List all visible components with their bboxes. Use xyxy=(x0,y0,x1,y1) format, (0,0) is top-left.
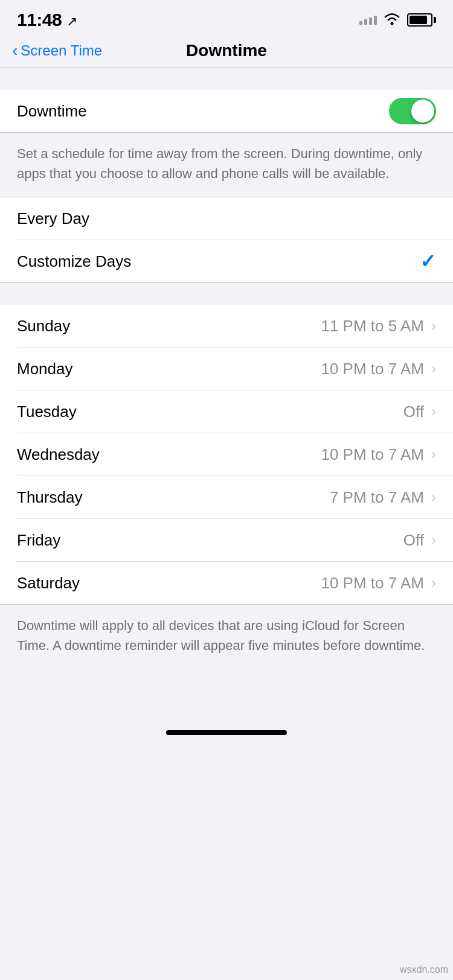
watermark: wsxdn.com xyxy=(400,964,448,975)
top-gap xyxy=(0,68,453,90)
toggle-knob xyxy=(411,100,434,122)
tuesday-label: Tuesday xyxy=(17,402,77,421)
saturday-chevron-icon: › xyxy=(431,574,436,591)
footer-text: Downtime will apply to all devices that … xyxy=(17,618,425,653)
thursday-label: Thursday xyxy=(17,488,82,507)
monday-row[interactable]: Monday 10 PM to 7 AM › xyxy=(0,348,453,390)
monday-label: Monday xyxy=(17,360,73,378)
friday-schedule: Off xyxy=(403,531,424,550)
sunday-schedule: 11 PM to 5 AM xyxy=(321,317,424,336)
sunday-row[interactable]: Sunday 11 PM to 5 AM › xyxy=(0,305,453,347)
battery-icon xyxy=(407,13,436,27)
customize-days-row[interactable]: Customize Days ✓ xyxy=(0,240,453,282)
every-day-row[interactable]: Every Day xyxy=(0,197,453,240)
tuesday-chevron-icon: › xyxy=(431,403,436,420)
friday-value: Off › xyxy=(403,531,436,550)
monday-schedule: 10 PM to 7 AM xyxy=(321,360,424,378)
status-bar: 11:48 ↗ xyxy=(0,0,453,36)
wednesday-value: 10 PM to 7 AM › xyxy=(321,445,436,464)
friday-chevron-icon: › xyxy=(431,532,436,549)
tuesday-schedule: Off xyxy=(403,402,424,421)
sunday-value: 11 PM to 5 AM › xyxy=(321,317,436,336)
thursday-value: 7 PM to 7 AM › xyxy=(330,488,436,507)
wifi-icon xyxy=(383,12,401,28)
page-title: Downtime xyxy=(186,41,267,60)
monday-chevron-icon: › xyxy=(431,360,436,377)
back-chevron-icon: ‹ xyxy=(12,42,18,59)
downtime-toggle[interactable] xyxy=(389,98,436,124)
bottom-spacer xyxy=(0,670,453,718)
downtime-section: Downtime xyxy=(0,90,453,132)
home-indicator xyxy=(0,718,453,742)
svg-point-0 xyxy=(391,22,394,25)
wednesday-schedule: 10 PM to 7 AM xyxy=(321,445,424,464)
tuesday-value: Off › xyxy=(403,402,436,421)
wednesday-chevron-icon: › xyxy=(431,446,436,463)
saturday-label: Saturday xyxy=(17,574,80,593)
wednesday-row[interactable]: Wednesday 10 PM to 7 AM › xyxy=(0,433,453,476)
description-section: Set a schedule for time away from the sc… xyxy=(0,133,453,197)
back-button[interactable]: ‹ Screen Time xyxy=(12,42,102,59)
nav-bar: ‹ Screen Time Downtime xyxy=(0,36,453,68)
wednesday-label: Wednesday xyxy=(17,445,100,464)
home-bar xyxy=(166,730,287,735)
friday-row[interactable]: Friday Off › xyxy=(0,519,453,561)
thursday-row[interactable]: Thursday 7 PM to 7 AM › xyxy=(0,476,453,518)
checkmark-icon: ✓ xyxy=(420,250,436,273)
monday-value: 10 PM to 7 AM › xyxy=(321,360,436,378)
every-day-label: Every Day xyxy=(17,209,89,228)
back-label: Screen Time xyxy=(21,42,102,59)
saturday-schedule: 10 PM to 7 AM xyxy=(321,574,424,593)
customize-days-label: Customize Days xyxy=(17,252,131,271)
downtime-row: Downtime xyxy=(0,90,453,132)
thursday-chevron-icon: › xyxy=(431,489,436,506)
sunday-label: Sunday xyxy=(17,317,70,336)
sunday-chevron-icon: › xyxy=(431,317,436,334)
saturday-row[interactable]: Saturday 10 PM to 7 AM › xyxy=(0,562,453,604)
friday-label: Friday xyxy=(17,531,60,550)
schedule-section: Every Day Customize Days ✓ xyxy=(0,197,453,282)
footer-section: Downtime will apply to all devices that … xyxy=(0,605,453,670)
tuesday-row[interactable]: Tuesday Off › xyxy=(0,390,453,433)
days-section: Sunday 11 PM to 5 AM › Monday 10 PM to 7… xyxy=(0,305,453,604)
status-icons xyxy=(359,12,436,28)
downtime-label: Downtime xyxy=(17,102,87,121)
description-text: Set a schedule for time away from the sc… xyxy=(17,146,422,181)
thursday-schedule: 7 PM to 7 AM xyxy=(330,488,424,507)
status-time: 11:48 ↗ xyxy=(17,10,77,30)
saturday-value: 10 PM to 7 AM › xyxy=(321,574,436,593)
mid-gap xyxy=(0,283,453,305)
location-icon: ↗ xyxy=(66,14,77,29)
signal-icon xyxy=(359,16,377,25)
